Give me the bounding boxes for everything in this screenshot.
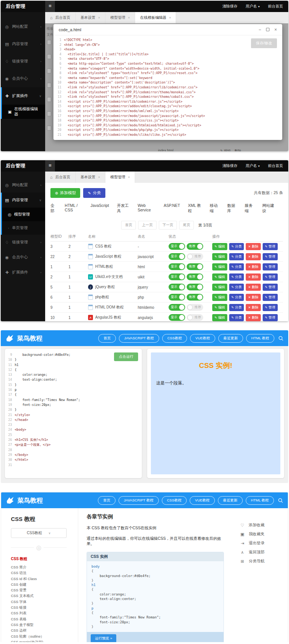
tab-basic-settings[interactable]: 基本设置× — [76, 12, 105, 23]
delete-button[interactable]: ✕删除 — [246, 253, 261, 260]
code-editor[interactable]: 9 background-color:#d0e4fe; 10} 11h1 12{… — [7, 352, 140, 468]
run-preview-button[interactable]: 运行预览 » — [91, 634, 116, 642]
sidebar-link[interactable]: CSS 盒子模型 — [11, 622, 73, 627]
nav-link[interactable]: 最近更新 — [218, 334, 243, 343]
edit-button[interactable]: ✎编辑 — [212, 314, 227, 321]
filter-tab[interactable]: Web Service — [138, 203, 156, 216]
manage-button[interactable]: ✎管理 — [263, 253, 278, 260]
search-icon[interactable] — [278, 336, 284, 341]
sidebar-link[interactable]: CSS 创建 — [11, 582, 73, 587]
nav-link[interactable]: JAVASCRIPT 教程 — [119, 496, 159, 505]
classify-button[interactable]: ✎分类 — [229, 284, 244, 291]
sidebar-item-site-config[interactable]: ◎网站配置› — [1, 18, 45, 35]
sidebar-link[interactable]: CSS margin(外边距) — [11, 639, 73, 642]
sidebar-link[interactable]: CSS 轮廓（outline） — [11, 633, 73, 639]
sidebar-item-site-config[interactable]: ◎网站配置› — [1, 178, 45, 193]
recommend-toggle[interactable]: 推荐 — [187, 304, 203, 311]
minimize-icon[interactable]: − — [259, 27, 261, 32]
edit-button[interactable]: ✎编辑 — [212, 253, 227, 260]
filter-tab[interactable]: 网站建设 — [262, 203, 275, 216]
tab-close-icon[interactable]: × — [128, 16, 130, 20]
show-toggle[interactable]: 显示 — [169, 243, 185, 250]
delete-button[interactable]: ✕删除 — [246, 294, 261, 301]
filter-tab[interactable]: 数据库 — [227, 203, 237, 216]
tab-basic-settings[interactable]: 基本设置× — [76, 172, 105, 183]
tab-admin-home[interactable]: ⌂后台首页 — [45, 172, 76, 183]
tab-admin-home[interactable]: ⌂后台首页 — [45, 12, 76, 23]
tab-close-icon[interactable]: × — [128, 175, 130, 179]
sidebar-link[interactable]: CSS 表格 — [11, 616, 73, 622]
nav-link[interactable]: HTML 教程 — [246, 334, 274, 343]
sidebar-link[interactable]: CSS Id 和 Class — [11, 576, 73, 582]
recommend-toggle[interactable]: 推荐 — [187, 243, 203, 250]
show-toggle[interactable]: 显示 — [169, 304, 185, 311]
tab-model-manage[interactable]: 模型管理× — [105, 12, 135, 23]
manage-button[interactable]: ✎管理 — [263, 304, 278, 311]
delete-button[interactable]: ✕删除 — [246, 263, 261, 270]
delete-button[interactable]: ✕删除 — [246, 284, 261, 291]
delete-file-link[interactable]: 删除 — [234, 149, 241, 151]
classify-button[interactable]: ✎分类 — [229, 314, 244, 321]
sidebar-link[interactable]: CSS 字体 — [11, 599, 73, 605]
sidebar-link[interactable]: CSS 边框 — [11, 627, 73, 633]
sidebar-item-links[interactable]: ♢链接管理› — [1, 235, 45, 250]
delete-button[interactable]: ✕删除 — [246, 314, 261, 321]
nav-link[interactable]: VUE教程 — [190, 496, 215, 505]
edit-button[interactable]: ✎编辑 — [212, 304, 227, 311]
tool-item[interactable]: 添加收藏 — [240, 522, 288, 528]
classify-button[interactable]: ✎分类 — [229, 243, 244, 250]
show-toggle[interactable]: 显示 — [169, 263, 185, 270]
tab-model-manage[interactable]: 模型管理× — [105, 172, 135, 183]
filter-tab[interactable]: XML 教程 — [188, 203, 202, 216]
search-icon[interactable] — [278, 498, 283, 503]
filter-tab[interactable]: 服务端 — [245, 203, 254, 216]
filter-tab[interactable]: HTML / CSS — [65, 203, 83, 216]
show-toggle[interactable]: 显示 — [169, 273, 185, 280]
sidebar-link[interactable]: CSS 文本格式 — [11, 593, 73, 598]
sidebar-item-model-manage[interactable]: ◎模型管理 — [2, 208, 45, 221]
tab-close-icon[interactable]: × — [98, 175, 100, 179]
filter-tab[interactable]: 全部 — [50, 203, 57, 216]
nav-link[interactable]: CSS教程 — [162, 334, 187, 343]
runoob-logo[interactable]: 菜鸟教程 — [5, 334, 43, 343]
nav-link[interactable]: 首页 — [98, 496, 116, 505]
manage-button[interactable]: ✎管理 — [263, 273, 278, 281]
sidebar-link[interactable]: CSS 列表 — [11, 610, 73, 616]
recommend-toggle[interactable]: 推荐 — [187, 253, 203, 260]
delete-button[interactable]: ✕删除 — [246, 273, 261, 281]
sidebar-item-content[interactable]: ▤内容管理› — [1, 35, 45, 53]
edit-button[interactable]: ✎编辑 — [212, 273, 227, 281]
sidebar-link[interactable]: CSS 链接 — [11, 605, 73, 610]
sidebar-link[interactable]: CSS 简介 — [11, 564, 73, 570]
page-last-button[interactable]: 尾页 — [179, 221, 194, 229]
add-model-button[interactable]: ⊕添加模型 — [50, 188, 80, 198]
manage-button[interactable]: ✎管理 — [263, 314, 278, 321]
save-modify-button[interactable]: 保存/修改 — [251, 38, 277, 48]
sidebar-item-plugins[interactable]: ✚扩展插件∨ — [2, 87, 45, 105]
nav-link[interactable]: HTML 教程 — [246, 496, 274, 505]
sidebar-link[interactable]: CSS 语法 — [11, 570, 73, 576]
close-icon[interactable]: × — [274, 27, 277, 32]
page-first-button[interactable]: 首页 — [121, 221, 136, 229]
tab-close-icon[interactable]: × — [98, 16, 100, 20]
classify-button[interactable]: ✎分类 — [229, 253, 244, 260]
nav-link[interactable]: JAVASCRIPT 教程 — [119, 334, 159, 343]
manage-button[interactable]: ✎管理 — [263, 284, 278, 291]
username-menu[interactable]: 用户名▾ — [246, 163, 260, 169]
delete-button[interactable]: ✕删除 — [246, 243, 261, 250]
tab-close-icon[interactable]: × — [169, 16, 171, 20]
page-next-button[interactable]: 下一页 — [159, 221, 177, 229]
tool-item[interactable]: 分类导航 — [240, 559, 288, 564]
recommend-toggle[interactable]: 推荐 — [187, 294, 203, 301]
tab-template-editor[interactable]: 在线模板编辑器× — [135, 12, 176, 23]
tutorial-select[interactable]: CSS教程∨ — [11, 528, 67, 538]
classify-button[interactable]: ✎分类 — [83, 188, 105, 198]
nav-link[interactable]: VUE教程 — [190, 334, 215, 343]
page-prev-button[interactable]: 上一页 — [138, 221, 157, 229]
show-toggle[interactable]: 显示 — [169, 294, 185, 301]
run-code-button[interactable]: 点击运行 — [114, 352, 138, 361]
filter-tab[interactable]: 开发工具 — [117, 203, 130, 216]
nav-link[interactable]: 最近更新 — [218, 496, 243, 505]
sidebar-item-content[interactable]: ▤内容管理∨ — [2, 193, 45, 208]
manage-button[interactable]: ✎管理 — [263, 263, 278, 270]
